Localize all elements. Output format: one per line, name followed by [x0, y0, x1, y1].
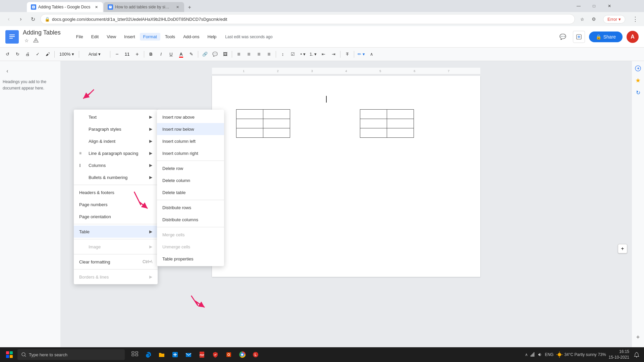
taskbar-search[interactable]: Type here to search: [17, 349, 125, 360]
format-menu-columns[interactable]: ⫿ Columns ▶: [74, 159, 158, 171]
tab1-close[interactable]: ✕: [94, 4, 99, 10]
format-menu-page-orientation[interactable]: Page orientation: [74, 210, 158, 223]
indent-more-button[interactable]: ⇥: [329, 50, 338, 59]
antivirus-button[interactable]: [209, 349, 221, 361]
refresh-button[interactable]: ↻: [28, 14, 38, 24]
mail-button[interactable]: [182, 349, 195, 361]
add-column-button[interactable]: +: [633, 333, 643, 342]
pdf-button[interactable]: PDF: [196, 349, 208, 361]
bold-button[interactable]: B: [146, 50, 156, 59]
maximize-button[interactable]: □: [586, 0, 602, 12]
back-button[interactable]: ‹: [4, 14, 13, 24]
submenu-insert-col-right[interactable]: Insert column right: [157, 147, 224, 159]
format-menu-clear-formatting[interactable]: Clear formatting Ctrl+\: [74, 256, 158, 268]
tab2-close[interactable]: ✕: [175, 4, 180, 10]
edge-button[interactable]: [142, 349, 154, 361]
tab-inactive[interactable]: How to add tables side by side i... ✕: [104, 2, 184, 12]
comments-button[interactable]: 💬: [557, 31, 569, 43]
store-button[interactable]: [169, 349, 181, 361]
spell-check-button[interactable]: ✓: [33, 50, 42, 59]
forward-button[interactable]: ›: [16, 14, 25, 24]
paint-format-button[interactable]: 🖌: [43, 50, 52, 59]
add-to-drive-button[interactable]: [32, 37, 40, 44]
office-button[interactable]: O: [223, 349, 235, 361]
print-button[interactable]: 🖨: [23, 50, 32, 59]
submenu-table-properties[interactable]: Table properties: [157, 253, 224, 265]
link-button[interactable]: 🔗: [200, 50, 210, 59]
systray-up-arrow[interactable]: ∧: [525, 352, 528, 357]
format-menu-table[interactable]: Table ▶: [74, 226, 158, 238]
editing-mode-button[interactable]: ✏ ▾: [356, 50, 366, 59]
format-menu-align-indent[interactable]: Align & indent ▶: [74, 135, 158, 147]
menu-help[interactable]: Help: [204, 33, 220, 41]
format-menu-paragraph-styles[interactable]: Paragraph styles ▶: [74, 123, 158, 135]
submenu-delete-row[interactable]: Delete row: [157, 162, 224, 174]
insert-image-button[interactable]: 🖼: [220, 50, 230, 59]
browser-menu-btn[interactable]: ⋮: [631, 14, 640, 24]
doc-title[interactable]: Adding Tables: [23, 29, 61, 36]
close-button[interactable]: ✕: [602, 0, 617, 12]
menu-file[interactable]: File: [73, 33, 87, 41]
doc-table-right[interactable]: [360, 109, 414, 138]
lens-button[interactable]: L: [250, 349, 262, 361]
add-row-button[interactable]: +: [618, 244, 627, 253]
new-doc-button[interactable]: [573, 31, 585, 43]
align-left-button[interactable]: ≡: [234, 50, 244, 59]
error-button[interactable]: Error ▾: [603, 15, 625, 23]
format-menu-page-numbers[interactable]: Page numbers: [74, 198, 158, 210]
line-spacing-button[interactable]: ↕: [278, 50, 287, 59]
start-button[interactable]: [3, 348, 16, 361]
submenu-delete-column[interactable]: Delete column: [157, 174, 224, 186]
align-justify-button[interactable]: ≡: [264, 50, 274, 59]
share-button[interactable]: 🔒 Share: [589, 32, 623, 42]
insert-comment-button[interactable]: 💬: [210, 50, 220, 59]
notification-button[interactable]: [632, 350, 641, 359]
submenu-insert-row-below[interactable]: Insert row below: [157, 123, 224, 135]
redo-button[interactable]: ↻: [13, 50, 22, 59]
submenu-delete-table[interactable]: Delete table: [157, 186, 224, 198]
new-tab-button[interactable]: +: [185, 3, 194, 12]
star-button[interactable]: ☆: [23, 37, 30, 44]
bookmark-button[interactable]: ☆: [578, 15, 587, 23]
user-avatar[interactable]: A: [627, 31, 639, 43]
font-family-select[interactable]: Arial ▾: [81, 50, 108, 59]
explore-button[interactable]: [633, 64, 643, 73]
doc-table-left[interactable]: [236, 109, 290, 138]
text-color-button[interactable]: A: [176, 50, 186, 59]
format-menu-line-spacing[interactable]: ≡ Line & paragraph spacing ▶: [74, 147, 158, 159]
activity-button[interactable]: ★: [633, 76, 643, 85]
zoom-select[interactable]: 100% ▾: [57, 50, 77, 59]
format-menu-text[interactable]: Text ▶: [74, 111, 158, 123]
url-bar[interactable]: 🔒 docs.google.com/document/d/1a_lzter02U…: [40, 14, 575, 24]
checklist-button[interactable]: ☑: [288, 50, 298, 59]
collapse-toolbar-button[interactable]: ∧: [367, 50, 376, 59]
submenu-distribute-rows[interactable]: Distribute rows: [157, 201, 224, 214]
minimize-button[interactable]: —: [571, 0, 586, 12]
extension-btn1[interactable]: ⚙: [590, 15, 598, 23]
submenu-insert-row-above[interactable]: Insert row above: [157, 111, 224, 123]
outline-back-arrow[interactable]: ‹: [3, 66, 12, 76]
align-right-button[interactable]: ≡: [254, 50, 264, 59]
undo-button[interactable]: ↺: [3, 50, 12, 59]
menu-view[interactable]: View: [103, 33, 119, 41]
italic-button[interactable]: I: [156, 50, 166, 59]
menu-insert[interactable]: Insert: [121, 33, 139, 41]
font-size-value[interactable]: 11: [122, 52, 132, 57]
menu-tools[interactable]: Tools: [162, 33, 178, 41]
explorer-button[interactable]: [156, 349, 168, 361]
highlight-button[interactable]: ✎: [186, 50, 196, 59]
bullets-button[interactable]: • ▾: [298, 50, 308, 59]
taskview-button[interactable]: [129, 349, 141, 361]
font-size-decrease[interactable]: −: [112, 50, 122, 59]
format-menu-headers-footers[interactable]: Headers & footers: [74, 186, 158, 198]
submenu-distribute-columns[interactable]: Distribute columns: [157, 214, 224, 226]
submenu-insert-col-left[interactable]: Insert column left: [157, 135, 224, 147]
font-size-increase[interactable]: +: [132, 50, 142, 59]
clear-format-button[interactable]: T: [342, 50, 352, 59]
tab-active[interactable]: Adding Tables - Google Docs ✕: [27, 2, 103, 12]
menu-format[interactable]: Format: [140, 33, 160, 41]
underline-button[interactable]: U: [166, 50, 176, 59]
menu-edit[interactable]: Edit: [88, 33, 102, 41]
chrome-button[interactable]: [236, 349, 248, 361]
format-menu-bullets[interactable]: Bullets & numbering ▶: [74, 171, 158, 183]
